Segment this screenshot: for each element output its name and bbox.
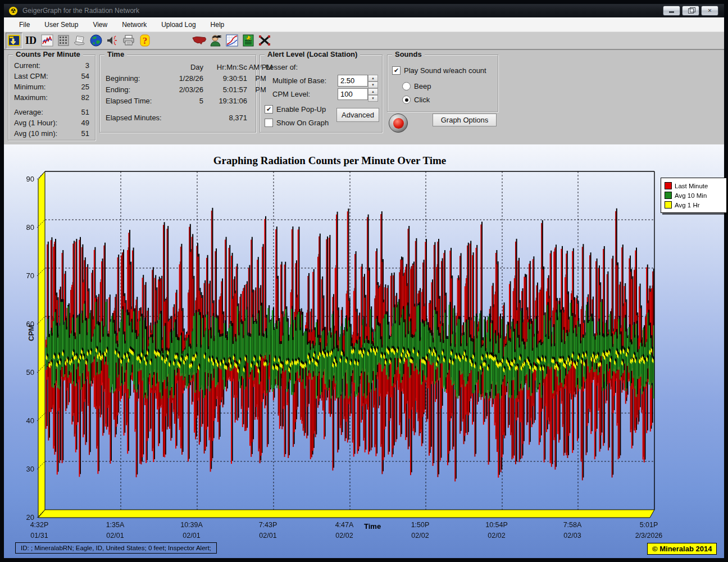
minimize-icon [669,11,674,13]
legend-item-avg-1hr: Avg 1 Hr [665,200,723,210]
y-tick-40: 40 [14,416,34,425]
radio-selected-icon [402,96,411,104]
menu-file[interactable]: File [12,19,37,31]
legend-item-last-minute: Last Minute [665,181,723,191]
time-panel-title: Time [104,50,127,58]
menu-upload-log[interactable]: Upload Log [154,19,203,31]
title-bar: ☢ GeigerGraph for the Radiation Network … [4,4,724,18]
alert-log-icon[interactable] [240,33,256,48]
checkbox-check-icon: ✔ [265,105,273,114]
x-axis-title: Time [364,522,381,531]
application-window: ☢ GeigerGraph for the Radiation Network … [0,0,728,562]
data-grid-icon[interactable] [56,33,71,48]
sounds-panel-title: Sounds [392,50,425,58]
enable-popup-checkbox[interactable]: ✔ Enable Pop-Up [265,105,326,114]
multiple-down-button[interactable]: ▼ [368,81,378,88]
cpm-up-button[interactable]: ▲ [368,88,378,95]
copyright-badge: © Mineralab 2014 [647,543,717,555]
svg-text:?: ? [143,35,148,46]
graph-options-button[interactable]: Graph Options [433,114,497,126]
toolbar: ID ? [4,32,724,50]
graph-icon[interactable] [39,33,55,48]
minimize-button[interactable] [663,6,680,16]
time-panel: Time DayHr:Mn:ScAM/PM Beginning:1/28/269… [99,55,256,133]
alert-panel-title: Alert Level (Local Station) [265,50,360,58]
play-sound-checkbox[interactable]: ✔ Play Sound w/each count [392,66,486,75]
alert-level-panel: Alert Level (Local Station) Lesser of: M… [260,55,383,133]
sound-test-knob[interactable] [389,114,408,133]
restore-button[interactable] [682,6,699,16]
counts-row-minimum: Minimum:25 [8,81,95,92]
time-table: DayHr:Mn:ScAM/PM Beginning:1/28/269:30:5… [100,55,256,122]
cpm-level-input[interactable] [338,88,368,100]
restore-icon [688,8,694,13]
chart-section: Graphing Radiation Counts per Minute Ove… [4,144,724,558]
x-tick-6: 10:54P02/02 [470,520,524,542]
counts-row-avg-1hr: Avg (1 Hour):49 [8,117,95,128]
menu-help[interactable]: Help [203,19,232,31]
help-icon[interactable]: ? [137,33,153,48]
y-tick-30: 30 [14,465,34,473]
disconnect-icon[interactable] [257,33,272,48]
radio-unselected-icon [402,82,411,90]
y-tick-70: 70 [14,271,34,280]
multiple-up-button[interactable]: ▲ [368,75,378,81]
multiple-of-base-field: ▲▼ [338,75,378,88]
cpm-down-button[interactable]: ▼ [368,95,378,102]
chart-legend: Last Minute Avg 10 Min Avg 1 Hr [661,178,727,213]
sounds-panel: Sounds ✔ Play Sound w/each count Beep Cl… [387,55,498,112]
x-tick-5: 1:50P02/02 [393,520,447,542]
counts-panel-title: Counts Per Minute [13,50,83,58]
time-header-hms: Hr:Mn:Sc [203,63,247,71]
time-header-day: Day [163,63,203,71]
counts-row-avg-10min: Avg (10 min):51 [8,128,95,139]
legend-swatch-yellow [665,201,672,209]
menu-view[interactable]: View [85,19,115,31]
cpm-level-field: ▲▼ [338,88,378,102]
window-title: GeigerGraph for the Radiation Network [22,7,139,15]
advanced-button[interactable]: Advanced [336,108,379,122]
station-id-icon[interactable]: ID [23,33,39,48]
red-knob-icon [393,118,404,129]
open-log-icon[interactable] [6,33,22,49]
y-tick-50: 50 [14,368,34,377]
x-tick-4: 4:47A02/02 [317,520,371,542]
sound-icon[interactable] [104,33,120,48]
send-report-icon[interactable] [72,33,88,48]
menu-bar: File User Setup View Network Upload Log … [4,17,724,32]
webcam-icon[interactable] [208,33,224,48]
trend-chart-icon[interactable] [224,33,240,48]
chart-frame [4,144,724,558]
cpm-level-label: CPM Level: [272,90,310,98]
checkbox-empty-icon [265,119,273,127]
x-tick-8: 5:01P2/3/2026 [622,520,676,542]
menu-network[interactable]: Network [115,19,154,31]
menu-user-setup[interactable]: User Setup [37,19,85,31]
counts-row-current: Current:3 [8,60,95,71]
world-map-icon[interactable] [88,33,104,48]
print-icon[interactable] [121,33,136,48]
counts-per-minute-panel: Counts Per Minute Current:3 Last CPM:54 … [8,55,95,140]
radiation-app-icon: ☢ [9,7,17,15]
control-panel: Counts Per Minute Current:3 Last CPM:54 … [4,50,724,144]
close-icon: ✕ [708,8,712,13]
counts-row-maximum: Maximum:82 [8,92,95,103]
legend-item-avg-10min: Avg 10 Min [665,191,723,200]
click-radio[interactable]: Click [402,96,430,104]
station-status-bar: ID: ; MineralabRN; Eagle, ID, United Sta… [15,542,217,554]
us-map-icon[interactable] [192,33,207,48]
y-tick-90: 90 [14,175,34,183]
x-tick-3: 7:43P02/01 [241,520,295,542]
y-tick-60: 60 [14,320,34,328]
legend-swatch-green [665,192,672,199]
close-button[interactable]: ✕ [701,6,718,16]
counts-row-last-cpm: Last CPM:54 [8,71,95,81]
lesser-of-label: Lesser of: [266,63,298,71]
show-on-graph-checkbox[interactable]: Show On Graph [265,119,329,127]
counts-row-average: Average:51 [8,107,95,117]
multiple-of-base-input[interactable] [338,75,368,87]
legend-swatch-red [665,182,672,189]
beep-radio[interactable]: Beep [402,82,431,90]
checkbox-check-icon: ✔ [392,66,401,75]
y-tick-80: 80 [14,223,34,232]
